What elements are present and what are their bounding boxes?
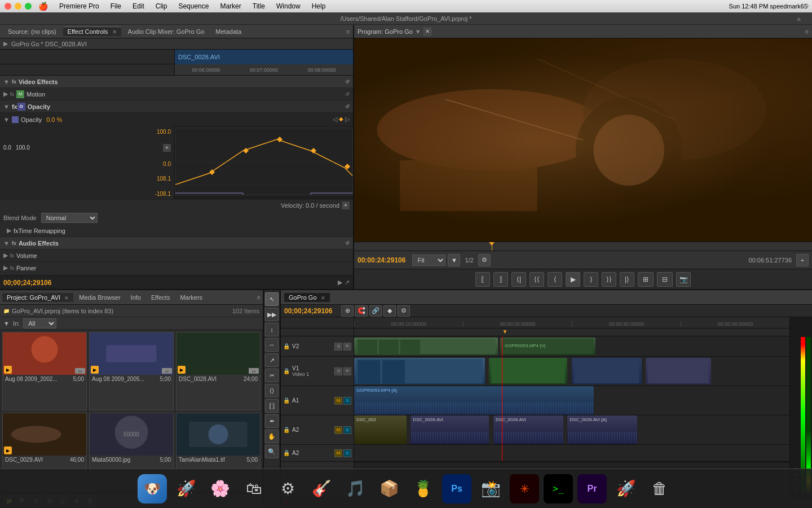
minimize-button[interactable] — [15, 3, 21, 10]
clip-block[interactable]: DSC_0028.AVI [A] — [567, 415, 637, 444]
clip-block[interactable] — [646, 358, 711, 384]
volume-expand[interactable]: ▶ — [3, 252, 8, 259]
clip-block[interactable] — [489, 358, 567, 384]
menu-marker[interactable]: Marker — [218, 2, 243, 10]
slide-tool[interactable]: ⟦⟧ — [265, 399, 279, 413]
clip-block[interactable] — [354, 358, 485, 384]
btn-step-fwd[interactable]: ⟩⟩ — [602, 272, 616, 287]
clip-block[interactable] — [572, 358, 642, 384]
velocity-expand-btn[interactable]: + — [342, 202, 350, 209]
tl-panel-menu[interactable]: ≡ — [797, 16, 801, 23]
tab-effect-controls[interactable]: Effect Controls ✕ — [63, 27, 121, 36]
clip-block[interactable]: GOPR0053.MP4 [V] — [500, 338, 596, 355]
tab-project[interactable]: Project: GoPro_AVI ✕ — [2, 293, 73, 302]
close-button[interactable] — [5, 3, 11, 10]
tl-track-a1[interactable]: GOPR0053.MP4 [A] — [354, 386, 789, 415]
a2-solo-btn[interactable]: S — [343, 426, 351, 434]
panner-expand[interactable]: ▶ — [3, 264, 8, 271]
dock-camera[interactable]: 📸 — [476, 474, 505, 503]
btn-play[interactable]: ▶ — [566, 272, 580, 287]
project-close-icon[interactable]: ✕ — [64, 295, 69, 301]
list-item[interactable]: ▶ ♪♪ Aug 08 2009_2002... 5;00 — [2, 332, 87, 410]
a1-mute-btn[interactable]: M — [334, 397, 342, 405]
dock-iphoto[interactable]: 🌸 — [205, 474, 235, 503]
kf-add-btn[interactable]: ◆ — [339, 116, 343, 123]
zoom-tool[interactable]: 🔍 — [265, 445, 279, 458]
menu-edit[interactable]: Edit — [130, 2, 147, 10]
menu-help[interactable]: Help — [310, 2, 328, 10]
clip-block[interactable]: DSC_0028.AVI — [493, 415, 563, 444]
pm-close-icon[interactable]: ✕ — [423, 28, 431, 36]
maximize-button[interactable] — [25, 3, 32, 10]
hand-tool[interactable]: ✋ — [265, 430, 279, 443]
tab-info[interactable]: Info — [126, 293, 145, 302]
list-item[interactable]: ▶ ♪♪ DSC_0028.AVI 24;00 — [176, 332, 261, 410]
tl-timecode[interactable]: 00;00;24;29106 — [284, 307, 332, 315]
tl-btn-sequence[interactable]: ⊕ — [341, 305, 354, 317]
dock-premiere[interactable]: Pr — [577, 474, 607, 503]
dock-pineapple[interactable]: 🍍 — [408, 474, 438, 503]
dock-terminal[interactable]: >_ — [544, 474, 573, 503]
pm-zoom-btn[interactable]: ▼ — [448, 254, 460, 266]
ripple-tool[interactable]: ↕ — [265, 323, 279, 336]
btn-export-frame[interactable]: 📷 — [676, 272, 691, 287]
selection-tool[interactable]: ↖ — [265, 292, 279, 306]
graph-expand-btn[interactable]: + — [163, 144, 171, 152]
video-effects-header[interactable]: ▼ fx Video Effects ↺ — [0, 76, 353, 88]
a1-solo-btn[interactable]: S — [343, 397, 351, 405]
close-icon[interactable]: ✕ — [112, 29, 117, 35]
rolling-tool[interactable]: ↔ — [265, 338, 279, 352]
tl-ruler-area[interactable]: 00:00:10:00000 00:00:20:00000 00:00:30:0… — [354, 317, 789, 329]
tab-media-browser[interactable]: Media Browser — [74, 293, 125, 302]
v1-sync-btn[interactable]: ⚙ — [334, 367, 342, 375]
a2-lock-icon[interactable]: 🔒 — [283, 427, 290, 433]
tab-metadata[interactable]: Metadata — [211, 27, 246, 36]
dock-appstore[interactable]: 🛍 — [239, 474, 268, 503]
menu-title[interactable]: Title — [250, 2, 267, 10]
pen-tool[interactable]: ✒ — [265, 414, 279, 428]
opacity-value[interactable]: 0.0 % — [46, 116, 62, 123]
btn-prev-frame[interactable]: ⟨ — [548, 272, 562, 287]
track-select-tool[interactable]: ▶▶ — [265, 308, 279, 321]
dock-sysprefs[interactable]: ⚙ — [273, 474, 302, 503]
opacity-section-header[interactable]: ▼ fx O Opacity ↺ — [0, 100, 353, 113]
dock-photoshop[interactable]: Ps — [442, 474, 471, 503]
tab-markers[interactable]: Markers — [175, 293, 207, 302]
ec-play-btn[interactable]: ▶ — [338, 279, 342, 286]
pm-settings-btn[interactable]: ⚙ — [478, 254, 491, 266]
dock-itunes[interactable]: 🎵 — [341, 474, 370, 503]
blend-mode-select[interactable]: Normal Multiply Screen — [41, 213, 98, 223]
opacity-row-toggle[interactable]: ▼ — [3, 116, 10, 123]
tl-scrollbar[interactable] — [354, 462, 789, 467]
tl-track-a2b[interactable] — [354, 445, 789, 462]
pm-panel-menu[interactable]: ≡ — [805, 28, 809, 35]
pm-ruler[interactable] — [354, 242, 812, 251]
menu-clip[interactable]: Clip — [153, 2, 170, 10]
tl-tab-gopro[interactable]: GoPro Go ✕ — [284, 293, 330, 302]
tl-track-v2[interactable]: GOPR0053.MP4 [V] — [354, 336, 789, 357]
v1-eye-btn[interactable]: 👁 — [343, 367, 351, 375]
btn-mark-in[interactable]: ⟦ — [475, 272, 490, 287]
menu-window[interactable]: Window — [274, 2, 303, 10]
kf-right-arrow[interactable]: ▷ — [345, 116, 350, 123]
tab-source[interactable]: Source: (no clips) — [3, 27, 61, 36]
btn-step-back[interactable]: ⟨⟨ — [529, 272, 544, 287]
dock-finder[interactable]: 🐶 — [138, 474, 167, 503]
btn-insert[interactable]: ⊞ — [638, 272, 654, 287]
dock-xcode[interactable]: 🎸 — [307, 474, 336, 503]
ec-export-btn[interactable]: ↗ — [345, 279, 350, 286]
btn-next-frame[interactable]: ⟩ — [584, 272, 598, 287]
rate-stretch-tool[interactable]: ↗ — [265, 353, 279, 367]
tl-btn-add-marker[interactable]: ◆ — [383, 305, 396, 317]
filter-dropdown-btn[interactable]: ▼ — [3, 320, 10, 327]
dock-app1[interactable]: 📦 — [374, 474, 404, 503]
btn-overwrite[interactable]: ⊟ — [657, 272, 673, 287]
filter-all-select[interactable]: All Video Audio — [23, 318, 56, 329]
tab-audio-clip-mixer[interactable]: Audio Clip Mixer: GoPro Go — [123, 27, 209, 36]
slip-tool[interactable]: ⟨⟩ — [265, 384, 279, 397]
v1-lock-icon[interactable]: 🔒 — [283, 368, 290, 374]
dock-safari[interactable]: 🚀 — [171, 474, 201, 503]
v2-sync-btn[interactable]: ⚙ — [334, 343, 342, 351]
v2-eye-btn[interactable]: 👁 — [343, 343, 351, 351]
tl-btn-snap[interactable]: 🧲 — [355, 305, 368, 317]
